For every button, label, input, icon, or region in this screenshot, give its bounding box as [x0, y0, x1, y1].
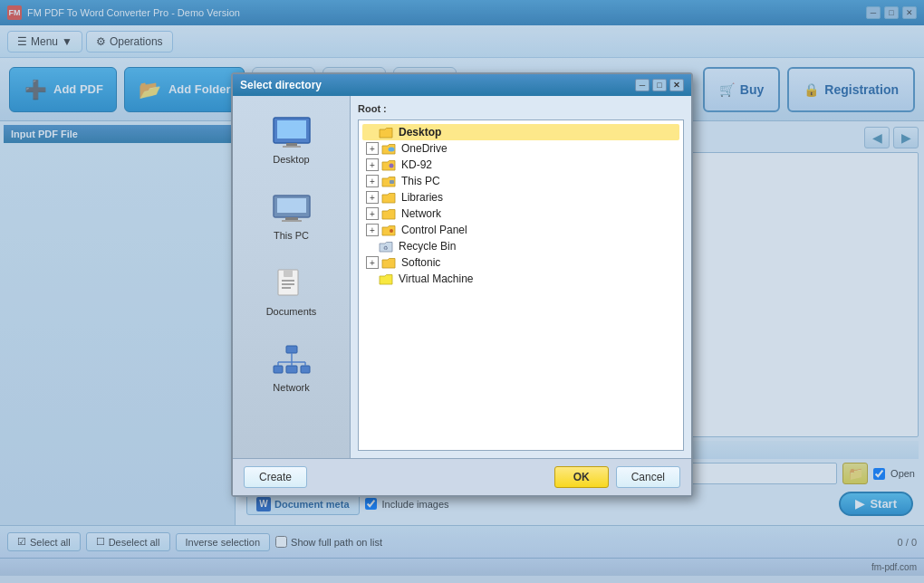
svg-rect-3 [283, 146, 301, 148]
tree-item-virtual-machine[interactable]: Virtual Machine [362, 271, 679, 287]
tree-item-onedrive[interactable]: + OneDrive [362, 140, 679, 157]
tree-kd92-label: KD-92 [401, 158, 432, 171]
dialog-shortcuts: Desktop This PC [233, 96, 351, 458]
svg-point-23 [390, 163, 394, 167]
svg-point-22 [389, 147, 395, 151]
folder-recycle-bin-icon: ♻ [379, 240, 395, 253]
expand-control-panel[interactable]: + [366, 224, 379, 236]
svg-rect-7 [282, 220, 302, 222]
directory-tree[interactable]: Desktop + OneDrive [358, 119, 684, 451]
dialog-tree-section: Root : Desktop + [351, 96, 691, 458]
svg-point-25 [390, 229, 393, 233]
tree-this-pc-label: This PC [401, 175, 440, 187]
root-label: Root : [358, 103, 684, 114]
tree-item-desktop[interactable]: Desktop [362, 124, 679, 140]
svg-rect-24 [390, 180, 394, 184]
folder-yellow-icon [379, 126, 395, 139]
svg-rect-1 [277, 120, 306, 139]
svg-rect-16 [301, 366, 310, 373]
svg-rect-2 [286, 143, 297, 146]
tree-onedrive-label: OneDrive [401, 142, 448, 155]
tree-item-kd92[interactable]: + KD-92 [362, 157, 679, 173]
svg-rect-13 [286, 346, 297, 353]
tree-libraries-label: Libraries [401, 191, 443, 204]
dialog-title: Select directory [240, 79, 322, 91]
svg-text:♻: ♻ [383, 245, 388, 251]
cancel-button[interactable]: Cancel [616, 466, 680, 488]
dialog-body: Desktop This PC [233, 96, 691, 458]
tree-recycle-bin-label: Recycle Bin [399, 240, 456, 253]
dialog-minimize-button[interactable]: ─ [635, 79, 650, 91]
dialog-footer: Create OK Cancel [233, 458, 691, 495]
shortcut-this-pc-label: This PC [274, 230, 309, 241]
desktop-icon [270, 114, 313, 150]
dialog-close-button[interactable]: ✕ [669, 79, 684, 91]
svg-rect-9 [284, 270, 293, 277]
dialog-title-bar: Select directory ─ □ ✕ [233, 74, 691, 96]
tree-item-control-panel[interactable]: + Control Panel [362, 222, 679, 238]
tree-virtual-machine-label: Virtual Machine [399, 272, 474, 285]
shortcut-documents-label: Documents [266, 306, 317, 317]
svg-rect-6 [285, 217, 298, 220]
ok-button[interactable]: OK [554, 466, 609, 488]
expand-this-pc[interactable]: + [366, 175, 379, 187]
shortcut-network-label: Network [273, 382, 309, 393]
tree-item-recycle-bin[interactable]: ♻ Recycle Bin [362, 238, 679, 254]
create-button[interactable]: Create [244, 466, 307, 488]
tree-item-this-pc[interactable]: + This PC [362, 173, 679, 189]
shortcut-desktop-label: Desktop [273, 154, 309, 165]
shortcut-desktop[interactable]: Desktop [266, 110, 317, 168]
tree-softonic-label: Softonic [401, 256, 440, 269]
shortcut-documents[interactable]: Documents [263, 263, 321, 320]
shortcut-this-pc[interactable]: This PC [266, 186, 317, 244]
folder-this-pc-icon [381, 175, 398, 187]
folder-network-icon [381, 207, 398, 220]
svg-rect-5 [277, 198, 306, 213]
tree-item-network[interactable]: + Network [362, 205, 679, 222]
dialog-overlay: Select directory ─ □ ✕ [0, 0, 924, 583]
this-pc-icon [270, 190, 313, 226]
dialog-restore-button[interactable]: □ [652, 79, 667, 91]
folder-libraries-icon [381, 191, 398, 204]
tree-item-softonic[interactable]: + Softonic [362, 254, 679, 271]
expand-network[interactable]: + [366, 207, 379, 220]
expand-kd92[interactable]: + [366, 158, 379, 171]
expand-libraries[interactable]: + [366, 191, 379, 204]
tree-network-label: Network [401, 207, 441, 220]
folder-onedrive-icon [381, 142, 398, 155]
dialog-controls: ─ □ ✕ [635, 79, 684, 91]
select-directory-dialog: Select directory ─ □ ✕ [231, 72, 693, 497]
documents-icon [269, 266, 313, 302]
expand-onedrive[interactable]: + [366, 142, 379, 155]
svg-rect-15 [286, 366, 297, 373]
tree-control-panel-label: Control Panel [401, 224, 467, 236]
tree-item-libraries[interactable]: + Libraries [362, 189, 679, 205]
tree-desktop-label: Desktop [399, 126, 441, 139]
folder-control-panel-icon [381, 224, 398, 236]
network-icon [270, 342, 313, 378]
folder-virtual-machine-icon [379, 272, 395, 285]
expand-softonic[interactable]: + [366, 256, 379, 269]
folder-softonic-icon [381, 256, 398, 269]
folder-kd92-icon [381, 158, 398, 171]
shortcut-network[interactable]: Network [266, 339, 317, 397]
svg-rect-14 [274, 366, 283, 373]
